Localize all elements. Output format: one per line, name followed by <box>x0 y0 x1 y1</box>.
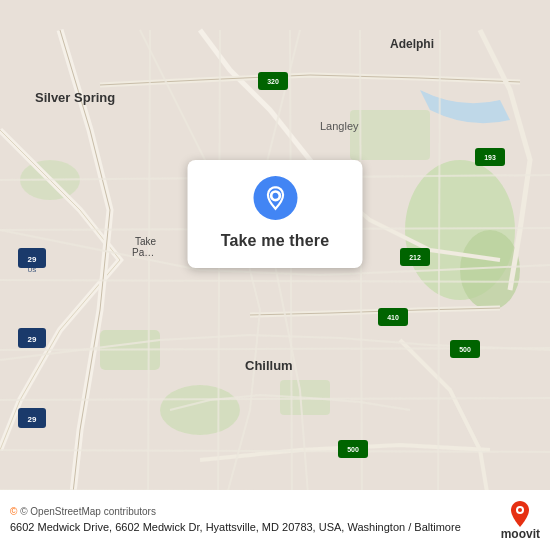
navigation-popup: Take me there <box>188 160 363 268</box>
svg-text:Adelphi: Adelphi <box>390 37 434 51</box>
moovit-icon <box>505 499 535 529</box>
map-background: 29 US 29 29 320 193 212 410 500 500 Silv… <box>0 0 550 550</box>
map-container: 29 US 29 29 320 193 212 410 500 500 Silv… <box>0 0 550 550</box>
svg-text:29: 29 <box>28 335 37 344</box>
bottom-info-bar: © © OpenStreetMap contributors 6602 Medw… <box>0 490 550 550</box>
svg-text:500: 500 <box>459 346 471 353</box>
location-pin-icon <box>253 176 297 220</box>
svg-text:Pa…: Pa… <box>132 247 154 258</box>
attribution-text: © © OpenStreetMap contributors <box>10 506 485 517</box>
svg-text:US: US <box>28 267 36 273</box>
svg-point-35 <box>518 508 522 512</box>
address-text: 6602 Medwick Drive, 6602 Medwick Dr, Hya… <box>10 520 485 534</box>
svg-text:Langley: Langley <box>320 120 359 132</box>
svg-text:Chillum: Chillum <box>245 358 293 373</box>
svg-text:193: 193 <box>484 154 496 161</box>
svg-rect-5 <box>350 110 430 160</box>
svg-text:500: 500 <box>347 446 359 453</box>
svg-text:29: 29 <box>28 415 37 424</box>
svg-text:Take: Take <box>135 236 157 247</box>
svg-point-33 <box>271 192 280 201</box>
svg-text:Silver Spring: Silver Spring <box>35 90 115 105</box>
svg-text:320: 320 <box>267 78 279 85</box>
svg-text:212: 212 <box>409 254 421 261</box>
moovit-text: moovit <box>501 527 540 541</box>
take-me-there-button[interactable]: Take me there <box>221 232 330 250</box>
moovit-logo: moovit <box>501 499 540 541</box>
svg-text:29: 29 <box>28 255 37 264</box>
svg-text:410: 410 <box>387 314 399 321</box>
